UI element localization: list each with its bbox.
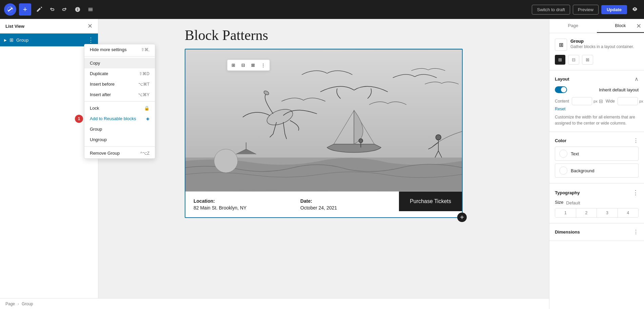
size-label: Size — [555, 200, 563, 205]
block-more-button[interactable]: ⋮ — [258, 61, 268, 69]
insert-before-item[interactable]: Insert before ⌥⌘T — [84, 79, 155, 89]
color-section-title: Color — [555, 138, 566, 143]
block-add-button[interactable]: + — [457, 213, 467, 222]
breadcrumb-page[interactable]: Page — [5, 302, 15, 306]
dimensions-section: Dimensions ⋮ — [549, 223, 644, 241]
group-icon-box: ⊞ — [555, 39, 567, 51]
background-color-circle — [559, 167, 567, 175]
undo-button[interactable] — [47, 4, 57, 15]
ungroup-item[interactable]: Ungroup — [84, 134, 155, 145]
content-size-input[interactable] — [572, 97, 592, 105]
switch-to-draft-button[interactable]: Switch to draft — [532, 5, 570, 15]
content-row: Content px ⊟ Wide px ⊟ — [555, 97, 639, 105]
inherit-layout-label: Inherit default layout — [599, 87, 639, 92]
content-label: Content — [555, 99, 569, 104]
inherit-layout-row: Inherit default layout — [555, 86, 639, 93]
layout-icon-col[interactable]: ⊠ — [582, 55, 593, 65]
layout-icon-grid[interactable]: ⊞ — [555, 55, 565, 65]
size-btn-1[interactable]: 1 — [555, 208, 576, 217]
page-tab[interactable]: Page — [549, 19, 597, 33]
list-view-button[interactable] — [85, 4, 96, 15]
page-title: Block Patterns — [185, 27, 463, 43]
content-align-icon[interactable]: ⊟ — [599, 98, 603, 104]
hide-settings-item[interactable]: Hide more settings ⇧⌘, — [84, 44, 155, 55]
group-info-section: ⊞ Group Gather blocks in a layout contai… — [549, 33, 644, 70]
customize-note: Customize the width for all elements tha… — [555, 114, 639, 126]
group-block-desc: Gather blocks in a layout container. — [570, 44, 634, 49]
lock-item[interactable]: Lock 🔒 — [84, 103, 155, 113]
color-more-button[interactable]: ⋮ — [633, 137, 639, 144]
remove-group-item[interactable]: Remove Group ^⌥Z — [84, 148, 155, 158]
wp-logo[interactable] — [4, 3, 16, 16]
size-btn-2[interactable]: 2 — [576, 208, 597, 217]
group-block-icon: ⊞ — [9, 37, 14, 43]
toolbar-right: Switch to draft Preview Update — [532, 4, 640, 15]
svg-point-3 — [214, 149, 238, 173]
duplicate-item[interactable]: Duplicate ⇧⌘D — [84, 68, 155, 79]
text-color-option[interactable]: Text — [555, 147, 639, 161]
breadcrumb-separator: › — [18, 302, 19, 306]
list-view-panel: List View ✕ ▶ ⊞ Group ⋮ Hide more settin… — [0, 19, 98, 309]
wide-align-button[interactable]: ⊠ — [248, 61, 258, 69]
step-badge: 1 — [75, 115, 83, 123]
expand-icon: ▶ — [4, 38, 7, 42]
wide-size-unit: px — [639, 99, 643, 103]
typography-section-header: Typography ⋮ — [555, 189, 639, 196]
dimensions-more-button[interactable]: ⋮ — [633, 229, 639, 235]
breadcrumb-group[interactable]: Group — [22, 302, 33, 306]
list-view-close-button[interactable]: ✕ — [87, 23, 93, 29]
info-button[interactable] — [73, 4, 83, 15]
color-section-header: Color ⋮ — [555, 137, 639, 144]
reusable-icon: ◈ — [146, 116, 149, 121]
color-options: Text Background — [555, 147, 639, 178]
edit-mode-button[interactable] — [34, 4, 44, 15]
block-footer: Location: 82 Main St. Brooklyn, NY Date:… — [185, 192, 462, 217]
wide-size-input-wrap: px ⊟ — [618, 97, 644, 105]
purchase-tickets-button[interactable]: Purchase Tickets — [399, 192, 462, 211]
dimensions-section-header: Dimensions ⋮ — [555, 229, 639, 235]
group-item-label: Group — [16, 38, 85, 43]
date-value: October 24, 2021 — [300, 205, 391, 211]
group-info-text: Group Gather blocks in a layout containe… — [570, 39, 634, 49]
add-reusable-item[interactable]: 1 Add to Reusable blocks ◈ — [84, 113, 155, 124]
canvas-content: ⊞ ⊟ ⊠ ⋮ Block Patterns — [185, 27, 463, 301]
column-align-button[interactable]: ⊟ — [239, 61, 248, 69]
list-view-header: List View ✕ — [0, 19, 98, 34]
layout-icon-row[interactable]: ⊟ — [568, 55, 579, 65]
right-panel-close-button[interactable]: ✕ — [636, 22, 641, 30]
reset-button[interactable]: Reset — [555, 107, 565, 111]
update-button[interactable]: Update — [601, 5, 627, 14]
preview-button[interactable]: Preview — [573, 5, 599, 15]
align-button[interactable]: ⊞ — [229, 61, 238, 69]
toolbar-left: + — [4, 3, 96, 16]
right-panel: Page Block ✕ ⊞ Group Gather blocks in a … — [549, 19, 644, 309]
layout-section-title: Layout — [555, 76, 569, 82]
footer-location: Location: 82 Main St. Brooklyn, NY — [185, 192, 292, 217]
settings-button[interactable] — [630, 4, 640, 15]
wide-size-input[interactable] — [618, 97, 638, 105]
list-view-title: List View — [5, 24, 24, 29]
color-section: Color ⋮ Text Background — [549, 132, 644, 183]
sketch-illustration — [185, 49, 462, 192]
insert-after-item[interactable]: Insert after ⌥⌘Y — [84, 89, 155, 100]
editor-canvas[interactable]: ⊞ ⊟ ⊠ ⋮ Block Patterns — [98, 19, 549, 309]
group-more-button[interactable]: ⋮ — [88, 36, 94, 44]
top-toolbar: + Switch to draft Preview Update — [0, 0, 644, 19]
add-block-button[interactable]: + — [19, 3, 31, 16]
typography-section-title: Typography — [555, 190, 580, 195]
size-btn-4[interactable]: 4 — [618, 208, 639, 217]
typography-more-button[interactable]: ⋮ — [632, 189, 639, 196]
background-color-option[interactable]: Background — [555, 163, 639, 178]
layout-icons: ⊞ ⊟ ⊠ — [555, 55, 639, 65]
date-label: Date: — [300, 198, 391, 204]
layout-collapse-button[interactable]: ∧ — [635, 76, 639, 82]
text-color-circle — [559, 150, 567, 158]
inherit-layout-toggle[interactable] — [555, 86, 567, 93]
copy-item[interactable]: Copy — [84, 58, 155, 68]
size-btn-3[interactable]: 3 — [597, 208, 618, 217]
list-view-group-item[interactable]: ▶ ⊞ Group ⋮ — [0, 34, 98, 46]
redo-button[interactable] — [60, 4, 70, 15]
group-item[interactable]: Group — [84, 124, 155, 134]
breadcrumb: Page › Group — [0, 298, 549, 309]
size-buttons: 1 2 3 4 — [555, 208, 639, 218]
